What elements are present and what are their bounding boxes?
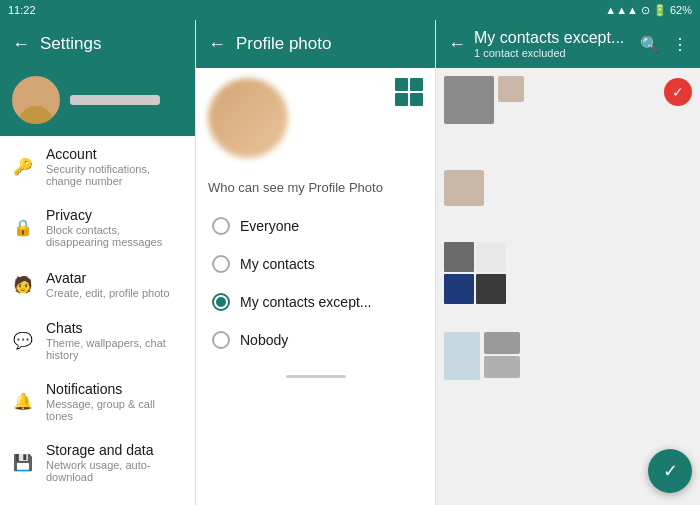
settings-item-chats[interactable]: 💬 Chats Theme, wallpapers, chat history — [0, 310, 195, 371]
radio-group: Everyone My contacts My contacts except.… — [208, 207, 423, 359]
settings-item-storage[interactable]: 💾 Storage and data Network usage, auto-d… — [0, 432, 195, 493]
notifications-label: Notifications — [46, 381, 183, 397]
block-lightgray — [476, 242, 506, 272]
selected-check: ✓ — [664, 78, 692, 106]
settings-header: ← Settings — [0, 20, 195, 68]
qr-icon[interactable] — [395, 78, 423, 106]
settings-back-icon[interactable]: ← — [12, 34, 30, 55]
contacts-title: My contacts except... — [474, 29, 624, 47]
radio-circle-mycontacts — [212, 255, 230, 273]
contacts-subtitle: 1 contact excluded — [474, 47, 624, 59]
wifi-icon: ⊙ — [641, 4, 650, 17]
fab-check-button[interactable]: ✓ — [648, 449, 692, 493]
storage-subtitle: Network usage, auto-download — [46, 459, 183, 483]
panel-profile: ← Profile photo Who can see my Profile P… — [195, 20, 435, 505]
storage-label: Storage and data — [46, 442, 183, 458]
settings-item-notifications[interactable]: 🔔 Notifications Message, group & call to… — [0, 371, 195, 432]
contact-tile-1: ✓ — [444, 76, 692, 124]
battery-icon: 🔋 — [653, 4, 667, 17]
contacts-back-icon[interactable]: ← — [448, 34, 466, 55]
contact-tile-4 — [444, 332, 692, 380]
chats-subtitle: Theme, wallpapers, chat history — [46, 337, 183, 361]
contact-tile-2 — [444, 170, 692, 206]
tile-block-light — [484, 356, 520, 378]
avatar — [12, 76, 60, 124]
lock-icon: 🔒 — [12, 217, 34, 239]
radio-mycontacts[interactable]: My contacts — [208, 245, 423, 283]
avatar-label: Avatar — [46, 270, 170, 286]
status-bar-right: ▲▲▲ ⊙ 🔋 62% — [605, 4, 692, 17]
avatar-subtitle: Create, edit, profile photo — [46, 287, 170, 299]
block-verydarkgray — [476, 274, 506, 304]
chats-label: Chats — [46, 320, 183, 336]
profile-header: ← Profile photo — [196, 20, 435, 68]
profile-photo-top — [196, 68, 435, 168]
settings-item-avatar[interactable]: 🧑 Avatar Create, edit, profile photo — [0, 258, 195, 310]
radio-nobody[interactable]: Nobody — [208, 321, 423, 359]
radio-label-nobody: Nobody — [240, 332, 288, 348]
settings-title: Settings — [40, 34, 101, 54]
tile-block-tan2 — [444, 170, 484, 206]
svg-point-0 — [18, 106, 54, 124]
status-bar: 11:22 ▲▲▲ ⊙ 🔋 62% — [0, 0, 700, 20]
radio-circle-nobody — [212, 331, 230, 349]
profile-photo-area: Who can see my Profile Photo Everyone My… — [196, 168, 435, 371]
contacts-header: ← My contacts except... 1 contact exclud… — [436, 20, 700, 68]
storage-icon: 💾 — [12, 452, 34, 474]
settings-item-account[interactable]: 🔑 Account Security notifications, change… — [0, 136, 195, 197]
avatar-icon: 🧑 — [12, 273, 34, 295]
panel-settings: ← Settings 🔑 Account Security notificati — [0, 20, 195, 505]
radio-circle-everyone — [212, 217, 230, 235]
privacy-subtitle: Block contacts, disappearing messages — [46, 224, 183, 248]
profile-scroll-indicator — [286, 375, 346, 378]
radio-label-mycontacts: My contacts — [240, 256, 315, 272]
contact-tile-3 — [444, 242, 692, 304]
settings-list: 🔑 Account Security notifications, change… — [0, 136, 195, 505]
profile-back-icon[interactable]: ← — [208, 34, 226, 55]
battery-level: 62% — [670, 4, 692, 16]
profile-area[interactable] — [0, 68, 195, 136]
tile-block-mid — [484, 332, 520, 354]
radio-circle-mycontactsexcept — [212, 293, 230, 311]
settings-item-language[interactable]: 🌐 App language English (phone's language… — [0, 493, 195, 505]
contacts-body: ✓ — [436, 68, 700, 505]
radio-mycontactsexcept[interactable]: My contacts except... — [208, 283, 423, 321]
panel-contacts: ← My contacts except... 1 contact exclud… — [435, 20, 700, 505]
tile-block-gray — [444, 76, 494, 124]
signal-icon: ▲▲▲ — [605, 4, 638, 16]
privacy-label: Privacy — [46, 207, 183, 223]
status-time: 11:22 — [8, 4, 36, 16]
bell-icon: 🔔 — [12, 391, 34, 413]
radio-everyone[interactable]: Everyone — [208, 207, 423, 245]
radio-label-everyone: Everyone — [240, 218, 299, 234]
profile-name-blur — [70, 95, 160, 105]
settings-header-area: ← Settings — [0, 20, 195, 136]
more-vert-icon[interactable]: ⋮ — [672, 35, 688, 54]
settings-item-privacy[interactable]: 🔒 Privacy Block contacts, disappearing m… — [0, 197, 195, 258]
notifications-subtitle: Message, group & call tones — [46, 398, 183, 422]
tile-block-lightblue — [444, 332, 480, 380]
status-bar-left: 11:22 — [8, 4, 36, 16]
key-icon: 🔑 — [12, 156, 34, 178]
svg-point-1 — [26, 84, 46, 104]
contacts-header-right: 🔍 ⋮ — [640, 35, 688, 54]
search-icon[interactable]: 🔍 — [640, 35, 660, 54]
contacts-header-left: ← My contacts except... 1 contact exclud… — [448, 29, 624, 59]
tile-block-tan — [498, 76, 524, 102]
main-layout: ← Settings 🔑 Account Security notificati — [0, 20, 700, 505]
profile-photo-title: Profile photo — [236, 34, 331, 54]
block-darkblue — [444, 274, 474, 304]
block-darkgray — [444, 242, 474, 272]
radio-label-mycontactsexcept: My contacts except... — [240, 294, 372, 310]
who-can-see-label: Who can see my Profile Photo — [208, 180, 423, 195]
chat-icon: 💬 — [12, 330, 34, 352]
account-subtitle: Security notifications, change number — [46, 163, 183, 187]
fab-check-icon: ✓ — [663, 460, 678, 482]
profile-avatar-blurred — [208, 78, 288, 158]
contacts-header-title: My contacts except... 1 contact excluded — [474, 29, 624, 59]
account-label: Account — [46, 146, 183, 162]
